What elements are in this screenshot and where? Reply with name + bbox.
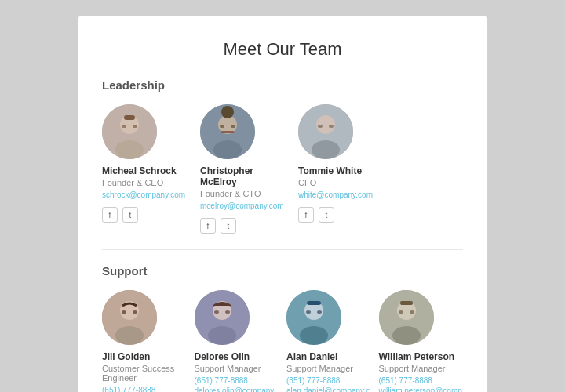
avatar-micheal	[102, 104, 157, 159]
support-section: Support Jill Golden Customer Success Eng…	[102, 264, 463, 392]
svg-point-16	[318, 125, 323, 128]
support-title: Support	[102, 264, 463, 278]
member-tommie-role: CFO	[298, 178, 316, 187]
member-delores: Delores Olin Support Manager (651) 777-8…	[195, 290, 279, 392]
svg-point-5	[133, 125, 137, 128]
svg-point-25	[208, 326, 236, 345]
member-micheal-name: Micheal Schrock	[102, 165, 177, 176]
member-delores-email[interactable]: delores.olin@company.com	[195, 387, 279, 392]
page-title: Meet Our Team	[102, 39, 463, 60]
member-micheal: Micheal Schrock Founder & CEO schrock@co…	[102, 104, 192, 234]
member-micheal-email[interactable]: schrock@company.com	[102, 191, 185, 199]
svg-rect-12	[221, 131, 235, 133]
member-alan: Alan Daniel Support Manager (651) 777-88…	[286, 290, 371, 392]
member-william-phone: (651) 777-8888	[379, 376, 432, 385]
divider-1	[102, 249, 463, 250]
svg-point-38	[410, 310, 414, 314]
member-alan-name: Alan Daniel	[286, 351, 337, 362]
svg-point-37	[399, 310, 403, 314]
svg-point-2	[115, 140, 144, 159]
member-william-name: William Peterson	[379, 351, 455, 362]
svg-point-15	[312, 140, 340, 159]
member-jill-name: Jill Golden	[102, 351, 150, 362]
member-micheal-social: f t	[102, 207, 138, 223]
member-christopher-email[interactable]: mcelroy@company.com	[200, 201, 284, 210]
svg-point-22	[133, 310, 137, 314]
svg-point-20	[115, 326, 144, 345]
svg-point-30	[300, 326, 328, 345]
member-william: William Peterson Support Manager (651) 7…	[379, 290, 464, 392]
avatar-jill	[102, 290, 157, 345]
member-william-email[interactable]: william.peterson@company.com	[379, 387, 464, 392]
leadership-section: Leadership Micheal Schrock Founder & CEO	[102, 78, 463, 234]
facebook-icon[interactable]: f	[298, 207, 314, 223]
member-tommie-name: Tommie White	[298, 165, 362, 176]
svg-point-9	[221, 106, 234, 118]
member-william-role: Support Manager	[379, 364, 446, 373]
twitter-icon[interactable]: t	[221, 218, 236, 234]
support-row: Jill Golden Customer Success Engineer (6…	[102, 290, 463, 392]
twitter-icon[interactable]: t	[122, 207, 138, 223]
svg-point-36	[392, 326, 421, 345]
member-tommie-social: f t	[298, 207, 334, 223]
facebook-icon[interactable]: f	[102, 207, 118, 223]
svg-point-33	[317, 310, 322, 314]
member-delores-name: Delores Olin	[195, 351, 250, 362]
avatar-william	[379, 290, 434, 345]
facebook-icon[interactable]: f	[200, 218, 216, 234]
member-jill: Jill Golden Customer Success Engineer (6…	[102, 290, 187, 392]
avatar-alan	[286, 290, 341, 345]
member-tommie: Tommie White CFO white@company.com f t	[298, 104, 388, 234]
svg-point-14	[316, 115, 335, 134]
svg-point-27	[225, 310, 230, 314]
svg-rect-3	[124, 115, 135, 120]
member-christopher: Christopher McElroy Founder & CTO mcelro…	[200, 104, 290, 234]
svg-point-26	[214, 310, 219, 314]
member-micheal-role: Founder & CEO	[102, 178, 163, 187]
avatar-delores	[195, 290, 250, 345]
member-alan-email[interactable]: alan.daniel@company.com	[286, 387, 371, 392]
member-tommie-email[interactable]: white@company.com	[298, 191, 373, 199]
leadership-title: Leadership	[102, 78, 463, 92]
member-delores-phone: (651) 777-8888	[195, 376, 248, 385]
member-jill-role: Customer Success Engineer	[102, 364, 187, 383]
svg-point-10	[220, 125, 224, 128]
member-jill-phone: (651) 777-8888	[102, 386, 155, 392]
avatar-christopher	[200, 104, 255, 159]
svg-point-32	[306, 310, 311, 314]
svg-point-11	[231, 125, 235, 128]
svg-rect-31	[307, 301, 321, 305]
member-delores-role: Support Manager	[195, 364, 261, 373]
leadership-row: Micheal Schrock Founder & CEO schrock@co…	[102, 104, 463, 234]
member-christopher-name: Christopher McElroy	[200, 165, 290, 187]
twitter-icon[interactable]: t	[319, 207, 334, 223]
avatar-tommie	[298, 104, 353, 159]
svg-point-4	[122, 125, 126, 128]
svg-point-17	[329, 125, 334, 128]
svg-point-21	[122, 310, 126, 314]
member-christopher-social: f t	[200, 218, 236, 234]
member-alan-phone: (651) 777-8888	[286, 376, 340, 385]
member-alan-role: Support Manager	[286, 364, 353, 373]
svg-point-8	[213, 140, 242, 159]
svg-rect-39	[400, 301, 413, 305]
member-christopher-role: Founder & CTO	[200, 189, 261, 198]
main-card: Meet Our Team Leadership Micheal Schrock	[78, 16, 487, 392]
